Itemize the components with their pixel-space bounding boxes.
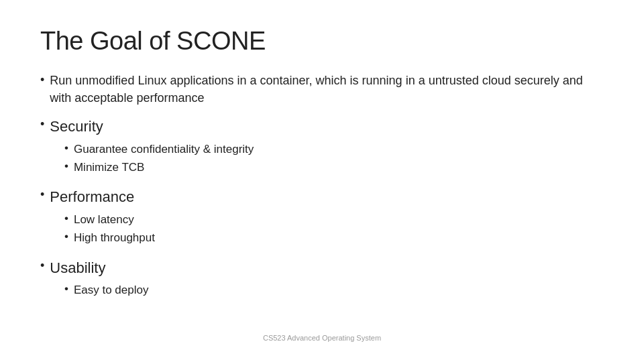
- slide-footer: CS523 Advanced Operating System: [40, 327, 604, 342]
- bullet-throughput: • High throughput: [64, 230, 604, 247]
- bullet-text-deploy: Easy to deploy: [74, 282, 149, 299]
- security-subitems: • Guarantee confidentiality & integrity …: [64, 141, 604, 177]
- bullet-text-tcb: Minimize TCB: [74, 160, 144, 176]
- slide-content: • Run unmodified Linux applications in a…: [40, 72, 604, 327]
- bullet-text-performance: Performance: [50, 186, 134, 208]
- bullet-dot-tcb: •: [64, 160, 68, 173]
- bullet-confidentiality: • Guarantee confidentiality & integrity: [64, 141, 604, 158]
- bullet-dot-performance: •: [40, 188, 44, 202]
- bullet-text-confidentiality: Guarantee confidentiality & integrity: [74, 141, 254, 158]
- performance-subitems: • Low latency • High throughput: [64, 212, 604, 247]
- slide-title: The Goal of SCONE: [40, 27, 604, 56]
- bullet-latency: • Low latency: [64, 212, 604, 229]
- bullet-tcb: • Minimize TCB: [64, 160, 604, 176]
- bullet-text-throughput: High throughput: [74, 230, 155, 247]
- bullet-dot-deploy: •: [64, 282, 68, 296]
- bullet-deploy: • Easy to deploy: [64, 282, 604, 299]
- bullet-dot-latency: •: [64, 212, 68, 225]
- bullet-usability: • Usability: [40, 257, 604, 279]
- slide: The Goal of SCONE • Run unmodified Linux…: [0, 0, 644, 362]
- bullet-run-apps: • Run unmodified Linux applications in a…: [40, 72, 604, 107]
- bullet-text-security: Security: [50, 116, 103, 137]
- bullet-dot-1: •: [40, 73, 44, 87]
- bullet-dot-security: •: [40, 117, 44, 131]
- bullet-dot-throughput: •: [64, 230, 68, 243]
- bullet-security: • Security: [40, 116, 604, 137]
- bullet-performance: • Performance: [40, 186, 604, 208]
- bullet-dot-usability: •: [40, 259, 44, 273]
- usability-subitems: • Easy to deploy: [64, 282, 604, 300]
- bullet-text-usability: Usability: [50, 257, 105, 279]
- bullet-text-run-apps: Run unmodified Linux applications in a c…: [50, 72, 604, 107]
- bullet-dot-confidentiality: •: [64, 141, 68, 155]
- bullet-text-latency: Low latency: [74, 212, 134, 229]
